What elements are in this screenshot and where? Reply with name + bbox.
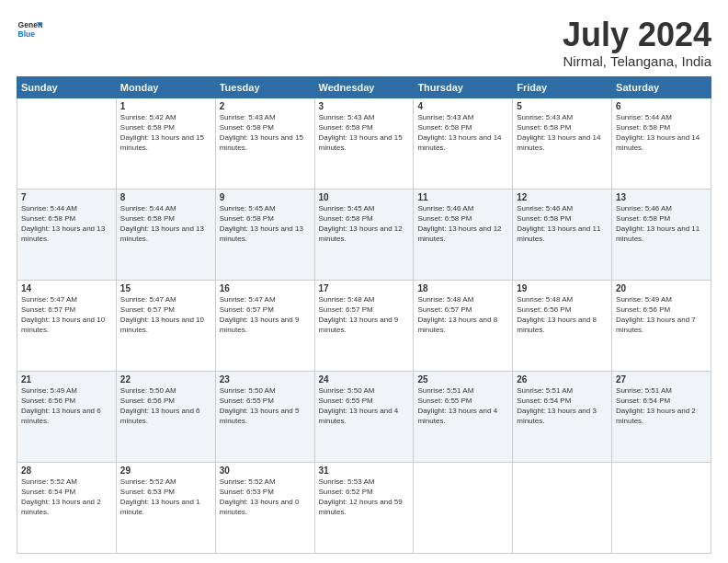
day-info: Sunrise: 5:44 AMSunset: 6:58 PMDaylight:… (616, 112, 707, 154)
calendar-week-2: 7 Sunrise: 5:44 AMSunset: 6:58 PMDayligh… (17, 189, 711, 280)
table-row: 26 Sunrise: 5:51 AMSunset: 6:54 PMDaylig… (513, 371, 612, 462)
day-info: Sunrise: 5:47 AMSunset: 6:57 PMDaylight:… (120, 294, 211, 336)
day-number: 18 (417, 283, 508, 293)
day-info: Sunrise: 5:51 AMSunset: 6:54 PMDaylight:… (517, 385, 608, 427)
table-row: 31 Sunrise: 5:53 AMSunset: 6:52 PMDaylig… (314, 462, 414, 553)
day-number: 1 (120, 101, 211, 111)
table-row: 29 Sunrise: 5:52 AMSunset: 6:53 PMDaylig… (116, 462, 215, 553)
day-info: Sunrise: 5:53 AMSunset: 6:52 PMDaylight:… (319, 477, 410, 518)
table-row: 27 Sunrise: 5:51 AMSunset: 6:54 PMDaylig… (612, 371, 711, 462)
day-info: Sunrise: 5:43 AMSunset: 6:58 PMDaylight:… (417, 112, 508, 154)
day-number: 22 (120, 374, 211, 385)
day-info: Sunrise: 5:43 AMSunset: 6:58 PMDaylight:… (220, 112, 311, 154)
day-number: 25 (417, 374, 508, 385)
day-number: 29 (120, 465, 211, 476)
table-row: 28 Sunrise: 5:52 AMSunset: 6:54 PMDaylig… (17, 462, 117, 553)
table-row (612, 462, 711, 553)
day-info: Sunrise: 5:43 AMSunset: 6:58 PMDaylight:… (517, 112, 608, 154)
day-number: 8 (120, 192, 211, 202)
day-number: 6 (616, 101, 707, 111)
day-number: 24 (319, 374, 410, 385)
day-info: Sunrise: 5:51 AMSunset: 6:54 PMDaylight:… (616, 385, 707, 427)
table-row (513, 462, 612, 553)
table-row: 6 Sunrise: 5:44 AMSunset: 6:58 PMDayligh… (612, 98, 711, 189)
day-info: Sunrise: 5:46 AMSunset: 6:58 PMDaylight:… (616, 203, 707, 245)
day-number: 15 (120, 283, 211, 293)
table-row: 16 Sunrise: 5:47 AMSunset: 6:57 PMDaylig… (215, 280, 314, 371)
day-info: Sunrise: 5:49 AMSunset: 6:56 PMDaylight:… (21, 385, 112, 427)
day-info: Sunrise: 5:49 AMSunset: 6:56 PMDaylight:… (616, 294, 707, 336)
header: General Blue July 2024 Nirmal, Telangana… (17, 17, 711, 69)
calendar-week-3: 14 Sunrise: 5:47 AMSunset: 6:57 PMDaylig… (17, 280, 711, 371)
table-row: 9 Sunrise: 5:45 AMSunset: 6:58 PMDayligh… (215, 189, 314, 280)
day-info: Sunrise: 5:50 AMSunset: 6:56 PMDaylight:… (120, 385, 211, 427)
day-number: 2 (220, 101, 311, 111)
table-row: 15 Sunrise: 5:47 AMSunset: 6:57 PMDaylig… (116, 280, 215, 371)
day-number: 17 (319, 283, 410, 293)
day-info: Sunrise: 5:52 AMSunset: 6:53 PMDaylight:… (220, 477, 311, 518)
day-number: 20 (616, 283, 707, 293)
day-info: Sunrise: 5:47 AMSunset: 6:57 PMDaylight:… (21, 294, 112, 336)
col-friday: Friday (513, 76, 612, 98)
day-number: 9 (220, 192, 311, 202)
day-number: 12 (517, 192, 608, 202)
col-saturday: Saturday (612, 76, 711, 98)
table-row: 12 Sunrise: 5:46 AMSunset: 6:58 PMDaylig… (513, 189, 612, 280)
table-row: 30 Sunrise: 5:52 AMSunset: 6:53 PMDaylig… (215, 462, 314, 553)
col-tuesday: Tuesday (215, 76, 314, 98)
table-row: 8 Sunrise: 5:44 AMSunset: 6:58 PMDayligh… (116, 189, 215, 280)
day-number: 4 (417, 101, 508, 111)
table-row: 14 Sunrise: 5:47 AMSunset: 6:57 PMDaylig… (17, 280, 117, 371)
col-sunday: Sunday (17, 76, 117, 98)
table-row: 22 Sunrise: 5:50 AMSunset: 6:56 PMDaylig… (116, 371, 215, 462)
table-row: 25 Sunrise: 5:51 AMSunset: 6:55 PMDaylig… (414, 371, 513, 462)
location: Nirmal, Telangana, India (563, 53, 711, 69)
table-row: 19 Sunrise: 5:48 AMSunset: 6:56 PMDaylig… (513, 280, 612, 371)
col-monday: Monday (116, 76, 215, 98)
calendar-table: Sunday Monday Tuesday Wednesday Thursday… (17, 76, 711, 554)
day-info: Sunrise: 5:42 AMSunset: 6:58 PMDaylight:… (120, 112, 211, 154)
day-number: 3 (319, 101, 410, 111)
day-info: Sunrise: 5:44 AMSunset: 6:58 PMDaylight:… (120, 203, 211, 245)
calendar-week-4: 21 Sunrise: 5:49 AMSunset: 6:56 PMDaylig… (17, 371, 711, 462)
table-row: 7 Sunrise: 5:44 AMSunset: 6:58 PMDayligh… (17, 189, 117, 280)
table-row: 2 Sunrise: 5:43 AMSunset: 6:58 PMDayligh… (215, 98, 314, 189)
day-info: Sunrise: 5:43 AMSunset: 6:58 PMDaylight:… (319, 112, 410, 154)
table-row: 21 Sunrise: 5:49 AMSunset: 6:56 PMDaylig… (17, 371, 117, 462)
day-info: Sunrise: 5:48 AMSunset: 6:56 PMDaylight:… (517, 294, 608, 336)
day-number: 26 (517, 374, 608, 385)
day-info: Sunrise: 5:44 AMSunset: 6:58 PMDaylight:… (21, 203, 112, 245)
table-row: 11 Sunrise: 5:46 AMSunset: 6:58 PMDaylig… (414, 189, 513, 280)
day-info: Sunrise: 5:48 AMSunset: 6:57 PMDaylight:… (319, 294, 410, 336)
day-info: Sunrise: 5:46 AMSunset: 6:58 PMDaylight:… (417, 203, 508, 245)
table-row: 5 Sunrise: 5:43 AMSunset: 6:58 PMDayligh… (513, 98, 612, 189)
title-block: July 2024 Nirmal, Telangana, India (563, 17, 711, 69)
day-number: 23 (220, 374, 311, 385)
col-wednesday: Wednesday (314, 76, 414, 98)
day-number: 19 (517, 283, 608, 293)
day-number: 5 (517, 101, 608, 111)
day-info: Sunrise: 5:46 AMSunset: 6:58 PMDaylight:… (517, 203, 608, 245)
table-row: 24 Sunrise: 5:50 AMSunset: 6:55 PMDaylig… (314, 371, 414, 462)
day-number: 14 (21, 283, 112, 293)
day-info: Sunrise: 5:45 AMSunset: 6:58 PMDaylight:… (220, 203, 311, 245)
svg-text:Blue: Blue (18, 29, 36, 39)
day-number: 10 (319, 192, 410, 202)
day-info: Sunrise: 5:48 AMSunset: 6:57 PMDaylight:… (417, 294, 508, 336)
month-title: July 2024 (563, 17, 711, 53)
day-number: 13 (616, 192, 707, 202)
table-row: 10 Sunrise: 5:45 AMSunset: 6:58 PMDaylig… (314, 189, 414, 280)
day-number: 11 (417, 192, 508, 202)
table-row (17, 98, 117, 189)
day-info: Sunrise: 5:50 AMSunset: 6:55 PMDaylight:… (319, 385, 410, 427)
table-row: 23 Sunrise: 5:50 AMSunset: 6:55 PMDaylig… (215, 371, 314, 462)
day-info: Sunrise: 5:51 AMSunset: 6:55 PMDaylight:… (417, 385, 508, 427)
table-row: 1 Sunrise: 5:42 AMSunset: 6:58 PMDayligh… (116, 98, 215, 189)
day-number: 7 (21, 192, 112, 202)
table-row: 17 Sunrise: 5:48 AMSunset: 6:57 PMDaylig… (314, 280, 414, 371)
day-number: 16 (220, 283, 311, 293)
day-number: 27 (616, 374, 707, 385)
col-thursday: Thursday (414, 76, 513, 98)
day-info: Sunrise: 5:52 AMSunset: 6:54 PMDaylight:… (21, 477, 112, 518)
logo: General Blue (17, 17, 42, 42)
